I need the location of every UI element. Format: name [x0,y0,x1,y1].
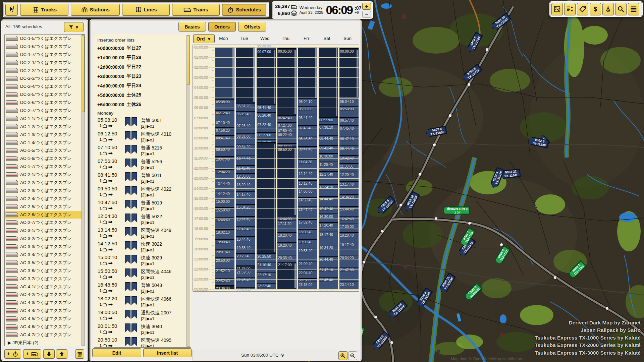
schedule-list-item[interactable]: DC-1-7/つくばエクスプレ [5,51,85,59]
schedule-block[interactable]: 11:20:40 [319,162,338,171]
schedule-list-item[interactable]: AC-3-5/つくばエクスプレ [5,259,85,267]
schedule-block[interactable]: 20:25:50 [257,253,276,262]
schedule-block[interactable]: 21:16:40 [257,262,276,272]
schedule-block[interactable]: 19:17:40 [339,242,359,254]
schedule-block[interactable]: 12:14:40 [298,171,317,180]
trains-button[interactable]: Trains [172,4,220,16]
schedule-block[interactable]: 05:04:10 [339,99,359,106]
schedule-block[interactable]: 21:47:10 [319,267,338,277]
schedule-block[interactable]: 17:02:40 [298,219,317,229]
schedule-list-item[interactable]: AC-3-1/つくばエクスプレ [5,227,85,235]
inserted-order-list[interactable]: +0d00:00:00平日27 [97,44,184,53]
schedule-block[interactable]: 10:42:40 [339,155,359,163]
schedule-list-item[interactable]: AC-3-7/つくばエクスプレ [5,275,85,283]
tab-basics[interactable]: Basics [178,22,206,32]
schedule-block[interactable]: 22:04:40 [298,270,317,278]
schedule-block[interactable]: 21:09:40 [298,261,317,270]
schedule-block[interactable]: 19:20:40 [277,242,297,255]
schedule-block[interactable]: 07:27:00 [277,122,297,128]
schedule-block[interactable] [319,47,338,117]
schedule-list-item[interactable]: AC-2-2/つくばエクスプレ [5,179,85,187]
schedule-block[interactable]: 11:42:40 [236,165,255,173]
schedule-block[interactable]: 23:14:10 [339,282,359,289]
add-train-button[interactable]: + [23,349,41,359]
schedule-block[interactable]: 12:17:40 [319,171,338,184]
inserted-order-list[interactable]: +5d00:00:00土休25 [97,90,184,100]
schedule-list-item[interactable]: AC-2-3/つくばエクスプレ [5,187,85,195]
schedule-block[interactable]: 13:20:40 [236,182,255,191]
schedule-block[interactable]: 15:44:40 [339,206,359,216]
schedule-block[interactable]: 16:30:00 [319,214,338,222]
schedule-block[interactable]: 12:30:00 [236,173,255,182]
schedule-block[interactable]: 19:00:40 [298,239,317,248]
order-entry[interactable]: 20:50:101区間快速 4095[2] ▶x1 [97,337,184,348]
schedule-block[interactable]: 22:45:40 [236,277,255,287]
schedule-block[interactable]: 21:38:00 [236,265,255,269]
schedule-block[interactable]: 09:34:20 [236,144,255,156]
order-entry[interactable]: 12:04:301普通 5022[2] ▶x1 [97,213,184,227]
schedule-block[interactable]: 22:54:00 [298,278,317,282]
schedule-block[interactable]: 12:20:40 [339,172,359,181]
schedule-block[interactable]: 14:44:40 [319,196,338,206]
schedule-list-item[interactable]: DC-2-4/つくばエクスプレ [5,82,85,90]
schedule-block[interactable]: 06:42:40 [277,115,297,122]
schedule-block[interactable]: 06:57:40 [339,117,359,125]
schedule-block[interactable]: 05:50:00 [298,106,317,115]
schedule-list-item[interactable]: AC-4-5/つくばエクスプレ [5,315,85,323]
order-entry[interactable]: 16:48:501普通 5043[2] ▶x1 [97,282,184,295]
schedule-block[interactable]: 08:22:40 [277,132,297,143]
schedule-block[interactable]: 06:26:40 [257,112,276,122]
order-entry[interactable]: 20:01:501快速 3040[2] ▶x1 [97,323,184,337]
schedule-block[interactable]: 17:20:40 [319,222,338,232]
schedule-list-item[interactable]: AC-2-1/つくばエクスプレ [5,171,85,179]
order-entry[interactable]: 15:00:101快速 3029[2] ▶x1 [97,254,184,268]
schedule-block[interactable]: 08:46:30 [298,136,317,146]
schedule-list-item[interactable]: AC-3-3/つくばエクスプレ [5,243,85,251]
map-modes-button[interactable] [551,3,563,15]
schedule-block[interactable]: 22:45:40 [319,277,338,289]
schedule-block[interactable]: 18:00:40 [298,229,317,239]
menu-button[interactable] [628,3,639,15]
schedule-block[interactable]: 07:56:20 [215,127,234,135]
grid-zoom-out-button[interactable] [348,351,357,360]
schedule-list-item[interactable]: DC-2-7/つくばエクスプレ [5,107,85,115]
sort-button[interactable] [564,3,576,15]
schedule-block[interactable]: 14:34:20 [339,194,359,206]
schedule-block[interactable]: 09:50:00 [277,146,297,216]
schedule-list-item[interactable]: AC-2-4/つくばエクスプレ [5,195,85,203]
schedule-block[interactable]: 21:17:00 [277,262,297,289]
schedule-block[interactable]: 20:34:20 [339,255,359,267]
schedule-block[interactable]: 15:42:40 [319,206,338,214]
move-down-button[interactable] [43,349,55,359]
schedule-block[interactable]: 17:42:40 [236,226,255,236]
schedule-list-item[interactable]: AC-1-2/つくばエクスプレ [5,123,85,131]
schedule-block[interactable]: 18:20:40 [277,232,297,242]
schedule-block[interactable]: 16:42:40 [339,216,359,224]
weekly-schedule-grid[interactable]: 00:00:0001:00:0002:00:0003:00:0004:00:00… [193,45,359,292]
schedule-list-item[interactable]: AC-2-5/つくばエクスプレ [5,203,85,211]
schedule-block[interactable]: 06:19:40 [236,111,255,123]
schedule-list-item[interactable]: DC-2-5/つくばエクスプレ [5,90,85,99]
schedule-block[interactable]: 07:10:40 [215,120,234,127]
schedule-list-item[interactable]: AC-1-3/つくばエクスプレ [5,131,85,139]
grid-zoom-in-button[interactable] [338,351,347,360]
schedule-block[interactable]: 05:08:00 [215,99,234,110]
schedule-block[interactable]: 13:12:40 [298,180,317,188]
schedule-block[interactable]: 19:34:20 [319,245,338,256]
schedule-block[interactable]: 10:30:00 [319,153,338,162]
schedule-block[interactable]: 17:30:00 [339,224,359,232]
schedule-list-item[interactable]: AC-1-1/つくばエクスプレ [5,115,85,123]
inserted-order-list[interactable]: +6d00:00:00土休26 [97,100,184,109]
schedule-list-item[interactable]: AC-1-7/つくばエクスプレ [5,163,85,171]
schedule-block[interactable] [298,47,317,99]
order-entry[interactable]: 07:10:501普通 5215[2] ▶x1 [97,144,184,158]
speed-down-button[interactable]: – [362,11,371,18]
schedule-block[interactable]: 00:06:00 [339,48,359,98]
schedule-list-item[interactable]: AC-4-1/つくばエクスプレ [5,283,85,291]
schedule-block[interactable]: 13:17:40 [339,181,359,194]
schedule-block[interactable]: 08:32:00 [236,133,255,144]
schedule-list-item[interactable]: AC-4-2/つくばエクスプレ [5,291,85,299]
order-entry[interactable]: 07:56:301普通 5256[2] ▶x1 [97,158,184,172]
inserted-order-list[interactable]: +1d00:00:00平日28 [97,53,184,62]
schedule-list-item[interactable]: AC-3-6/つくばエクスプレ [5,267,85,275]
